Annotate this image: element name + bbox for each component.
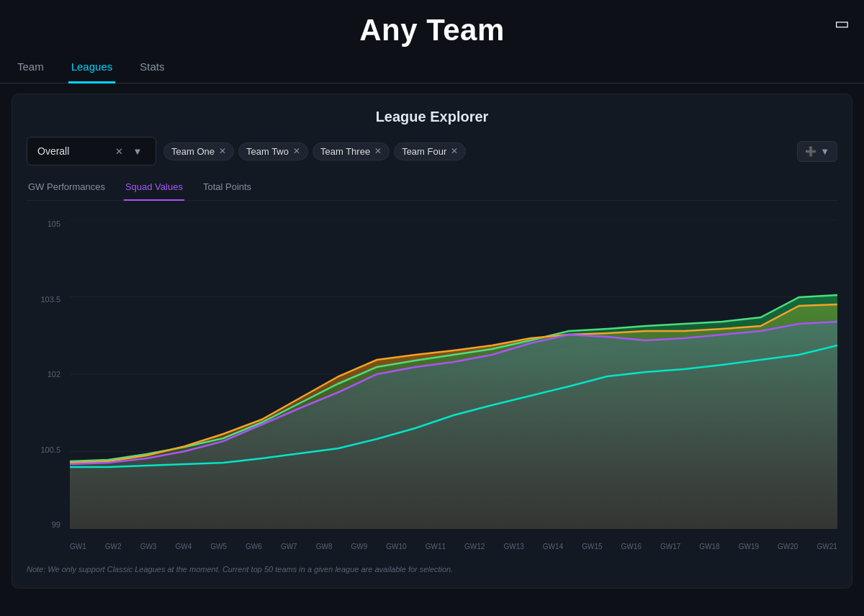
x-label-gw21: GW21: [816, 543, 837, 551]
x-label-gw3: GW3: [140, 543, 157, 551]
tab-leagues[interactable]: Leagues: [68, 55, 116, 83]
disclaimer-note: Note: We only support Classic Leagues at…: [27, 565, 837, 574]
x-label-gw8: GW8: [316, 543, 333, 551]
add-team-button[interactable]: ➕ ▼: [797, 141, 837, 162]
card-title: League Explorer: [27, 109, 837, 125]
x-label-gw17: GW17: [660, 543, 680, 551]
team-tags: Team One ✕ Team Two ✕ Team Three ✕ Team …: [163, 142, 790, 160]
team-tag-four: Team Four ✕: [394, 142, 466, 160]
x-label-gw4: GW4: [175, 543, 192, 551]
league-selector-value: Overall: [37, 145, 105, 157]
page-title: Any Team: [359, 13, 505, 47]
add-team-plus-icon: ➕: [805, 146, 816, 157]
x-label-gw14: GW14: [543, 543, 563, 551]
x-label-gw7: GW7: [281, 543, 297, 551]
remove-team-two-icon[interactable]: ✕: [293, 147, 300, 155]
add-team-dropdown-icon: ▼: [820, 146, 829, 157]
x-label-gw5: GW5: [210, 543, 227, 551]
x-label-gw9: GW9: [351, 543, 368, 551]
team-tag-one: Team One ✕: [163, 142, 234, 160]
nav-tabs: Team Leagues Stats: [0, 55, 864, 83]
y-label-105: 105: [48, 219, 60, 228]
remove-team-four-icon[interactable]: ✕: [451, 147, 458, 155]
x-label-gw18: GW18: [699, 543, 719, 551]
x-label-gw13: GW13: [503, 543, 523, 551]
remove-team-three-icon[interactable]: ✕: [374, 147, 382, 155]
x-label-gw19: GW19: [739, 543, 759, 551]
x-label-gw11: GW11: [426, 543, 446, 551]
y-label-99: 99: [52, 520, 60, 529]
x-label-gw1: GW1: [70, 543, 86, 551]
tab-stats[interactable]: Stats: [137, 55, 167, 83]
chart-container: 105 103.5 102 100.5 99: [27, 212, 837, 558]
tab-total-points[interactable]: Total Points: [202, 177, 253, 201]
filter-row: Overall ✕ ▼ Team One ✕ Team Two ✕ Team T…: [27, 137, 837, 166]
bookmark-icon[interactable]: ▭: [834, 14, 850, 33]
clear-league-icon[interactable]: ✕: [111, 143, 127, 159]
y-axis: 105 103.5 102 100.5 99: [27, 219, 66, 529]
x-axis: GW1 GW2 GW3 GW4 GW5 GW6 GW7 GW8 GW9 GW10…: [70, 543, 837, 551]
chart-svg: [70, 219, 837, 529]
team-tag-four-label: Team Four: [402, 146, 446, 157]
x-label-gw16: GW16: [621, 543, 642, 551]
dropdown-icon[interactable]: ▼: [130, 143, 145, 159]
x-label-gw10: GW10: [386, 543, 406, 551]
team-tag-two-label: Team Two: [246, 146, 289, 157]
x-label-gw12: GW12: [464, 543, 485, 551]
team-tag-two: Team Two ✕: [238, 142, 308, 160]
x-label-gw20: GW20: [778, 543, 798, 551]
main-content: League Explorer Overall ✕ ▼ Team One ✕ T…: [0, 83, 864, 599]
tab-squad-values[interactable]: Squad Values: [124, 177, 184, 201]
tab-team[interactable]: Team: [14, 55, 47, 83]
remove-team-one-icon[interactable]: ✕: [219, 147, 226, 155]
league-explorer-card: League Explorer Overall ✕ ▼ Team One ✕ T…: [12, 94, 852, 589]
page-header: Any Team ▭: [0, 0, 864, 55]
team-tag-three-label: Team Three: [320, 146, 370, 157]
x-label-gw2: GW2: [105, 543, 122, 551]
chart-tabs: GW Performances Squad Values Total Point…: [27, 177, 837, 201]
team-tag-three: Team Three ✕: [312, 142, 390, 160]
league-selector[interactable]: Overall ✕ ▼: [27, 137, 156, 166]
svg-marker-8: [70, 295, 837, 529]
y-label-1005: 100.5: [40, 445, 60, 454]
y-label-1035: 103.5: [40, 295, 60, 304]
x-label-gw6: GW6: [246, 543, 262, 551]
y-label-102: 102: [48, 370, 60, 379]
team-tag-one-label: Team One: [171, 146, 215, 157]
x-label-gw15: GW15: [582, 543, 602, 551]
selector-controls: ✕ ▼: [111, 143, 145, 159]
tab-gw-performances[interactable]: GW Performances: [27, 177, 107, 201]
